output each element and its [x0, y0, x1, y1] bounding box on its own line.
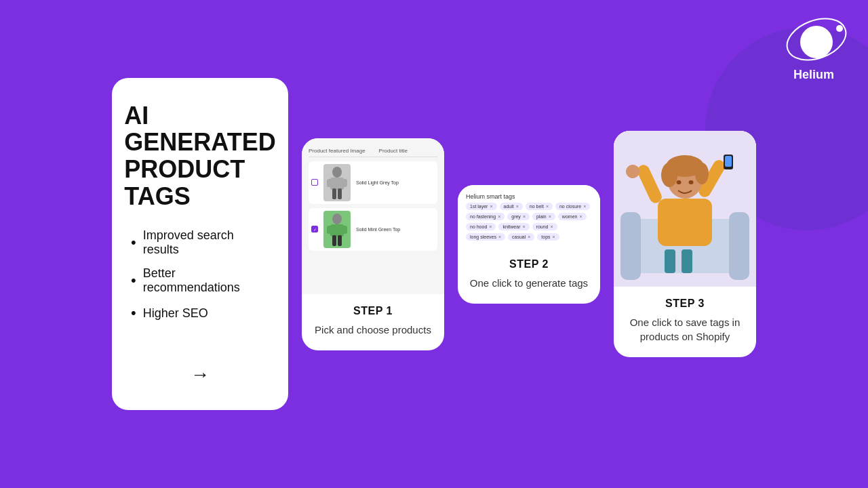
svg-point-1: [836, 25, 843, 32]
bullet-list: Improved search results Better recommend…: [131, 228, 269, 331]
step2-label: STEP 2: [469, 258, 589, 270]
svg-rect-13: [338, 235, 342, 246]
svg-rect-12: [332, 235, 336, 246]
svg-rect-25: [725, 156, 732, 167]
step3-mock: [614, 131, 756, 287]
svg-rect-17: [729, 212, 749, 280]
step3-card: STEP 3 One click to save tags in product…: [614, 131, 756, 357]
bullet-item-2: Better recommendations: [131, 266, 269, 295]
svg-rect-10: [327, 226, 332, 234]
svg-point-2: [332, 167, 342, 178]
svg-rect-16: [620, 212, 641, 280]
bullet-item-3: Higher SEO: [131, 304, 269, 322]
product-image-2: [323, 211, 351, 248]
svg-point-28: [661, 163, 677, 187]
tag-women: women×: [558, 213, 587, 220]
product-title-2: Solid Mint Green Top: [356, 227, 400, 232]
svg-point-31: [689, 180, 694, 184]
main-content: AI GENERATED PRODUCT TAGS Improved searc…: [0, 0, 868, 488]
svg-rect-7: [338, 188, 342, 199]
step1-card: Product featured Image Product title: [302, 138, 444, 350]
step1-body: STEP 1 Pick and choose products: [302, 294, 444, 350]
step3-body: STEP 3 One click to save tags in product…: [614, 287, 756, 357]
svg-rect-4: [327, 179, 332, 187]
step2-body: STEP 2 One click to generate tags: [458, 249, 600, 304]
svg-point-30: [677, 180, 682, 184]
info-card-title: AI GENERATED PRODUCT TAGS: [124, 102, 275, 209]
svg-rect-11: [342, 226, 347, 234]
svg-rect-20: [658, 199, 712, 246]
tags-header: Helium smart tags: [466, 193, 592, 200]
info-card: AI GENERATED PRODUCT TAGS Improved searc…: [112, 78, 288, 410]
tag-casual: casual×: [508, 233, 534, 241]
step1-description: Pick and choose products: [313, 323, 433, 337]
product-image-1: [323, 164, 351, 201]
tag-tops: tops×: [537, 233, 559, 241]
step2-card: Helium smart tags 1st layer× adult× no b…: [458, 185, 600, 304]
tag-no-hood: no hood×: [466, 223, 496, 230]
mock-col1: Product featured Image: [309, 148, 366, 154]
tags-grid: 1st layer× adult× no belt× no closure× n…: [466, 203, 592, 241]
mock-col2: Product title: [379, 148, 408, 154]
arrow-icon: →: [191, 364, 210, 386]
step3-description: One click to save tags in products on Sh…: [625, 315, 745, 344]
step3-image: [614, 131, 756, 287]
tag-no-belt: no belt×: [526, 203, 553, 210]
tag-round: round×: [532, 223, 557, 230]
tag-plain: plain×: [532, 213, 555, 220]
tag-long-sleeves: long sleeves×: [466, 233, 505, 241]
brand-name: Helium: [793, 68, 834, 82]
step3-label: STEP 3: [625, 298, 745, 310]
svg-rect-5: [342, 179, 347, 187]
svg-point-8: [332, 214, 342, 224]
tag-adult: adult×: [500, 203, 523, 210]
product-title-1: Solid Light Grey Top: [356, 180, 399, 185]
step1-mock-ui: Product featured Image Product title: [302, 138, 444, 294]
step1-image: Product featured Image Product title: [302, 138, 444, 294]
svg-point-29: [695, 163, 709, 184]
step2-description: One click to generate tags: [469, 276, 589, 290]
logo-area: Helium: [780, 14, 848, 82]
product-row-1: Solid Light Grey Top: [309, 161, 437, 204]
tag-1st-layer: 1st layer×: [466, 203, 497, 210]
checkbox-2[interactable]: [311, 226, 318, 232]
arrow-button[interactable]: →: [191, 364, 210, 386]
mock-header: Product featured Image Product title: [309, 145, 437, 157]
tag-knitwear: knitwear×: [498, 223, 529, 230]
tag-no-closure: no closure×: [555, 203, 590, 210]
svg-rect-19: [682, 249, 692, 273]
tag-grey: grey×: [507, 213, 530, 220]
checkbox-1[interactable]: [311, 179, 318, 186]
svg-rect-6: [332, 188, 336, 199]
product-row-2: Solid Mint Green Top: [309, 208, 437, 251]
bullet-item-1: Improved search results: [131, 228, 269, 257]
step2-tags-panel: Helium smart tags 1st layer× adult× no b…: [458, 185, 600, 249]
step3-person-svg: [614, 131, 756, 287]
tag-no-fastening: no fastening×: [466, 213, 505, 220]
svg-rect-18: [665, 249, 675, 273]
step1-label: STEP 1: [313, 305, 433, 317]
